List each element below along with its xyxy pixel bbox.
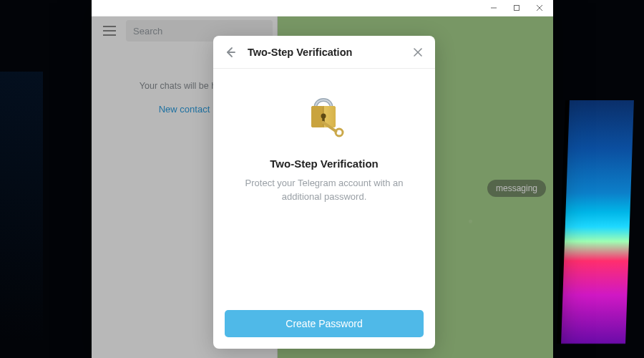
modal-title: Two-Step Verification [248, 47, 352, 58]
create-password-button[interactable]: Create Password [225, 310, 424, 337]
wallpaper-glow-left [0, 72, 43, 344]
modal-back-button[interactable] [220, 42, 240, 62]
window-maximize-button[interactable] [506, 1, 527, 14]
app-window: Your chats will be here New contact mess… [92, 0, 553, 358]
svg-rect-15 [322, 116, 324, 122]
window-minimize-button[interactable] [483, 1, 504, 14]
modal-footer: Create Password [213, 310, 435, 349]
close-icon [413, 47, 423, 57]
modal-header: Two-Step Verification [213, 36, 435, 69]
svg-rect-1 [514, 6, 519, 11]
svg-point-17 [336, 129, 343, 136]
modal-heading: Two-Step Verification [270, 158, 378, 170]
modal-subtext: Protect your Telegram account with an ad… [238, 177, 410, 204]
modal-body: Two-Step Verification Protect your Teleg… [213, 69, 435, 310]
modal-close-button[interactable] [408, 42, 428, 62]
app-body: Your chats will be here New contact mess… [92, 16, 553, 358]
wallpaper-glow-right [561, 100, 634, 344]
window-close-button[interactable] [529, 1, 550, 14]
window-titlebar [92, 0, 553, 16]
lock-icon [301, 89, 347, 143]
two-step-verification-modal: Two-Step Verification [213, 36, 435, 349]
arrow-left-icon [224, 46, 237, 59]
